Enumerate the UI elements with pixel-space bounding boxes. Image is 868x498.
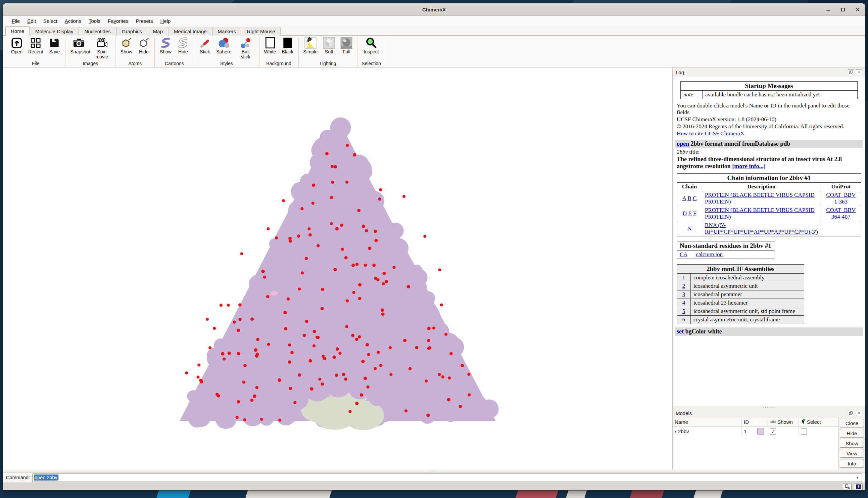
cartoons-show-icon: [159, 37, 172, 49]
toolbar-group-images: SnapshotSpin movieImages: [65, 37, 116, 67]
chain-link[interactable]: A: [682, 195, 686, 201]
menu-item-tools[interactable]: Tools: [85, 17, 104, 25]
toolbar-lighting-full-button[interactable]: Full: [340, 37, 353, 55]
minimize-icon[interactable]: [825, 6, 831, 12]
set-command-link[interactable]: set: [677, 328, 684, 335]
toolbar-images-snapshot-button[interactable]: Snapshot: [69, 37, 88, 55]
save-icon: [48, 37, 61, 49]
log-panel-title: Log: [676, 69, 684, 75]
toolbar-lighting-simple-button[interactable]: Simple: [303, 37, 319, 55]
toolbar-atoms-show-button[interactable]: Show: [120, 37, 133, 55]
models-close-button[interactable]: Close: [840, 419, 864, 428]
resize-graphics-button[interactable]: [843, 484, 852, 490]
chain-link[interactable]: E: [688, 210, 692, 217]
menu-item-edit[interactable]: Edit: [24, 17, 40, 25]
title-bar[interactable]: ChimeraX: [3, 3, 865, 16]
menu-item-select[interactable]: Select: [40, 17, 61, 25]
chain-description-link[interactable]: RNA (5'-R(*UP*CP*UP*UP*AP*UP*AP*UP*CP*U)…: [705, 222, 818, 235]
toolbar-lighting-soft-button[interactable]: Soft: [322, 37, 336, 55]
assembly-id-cell: 5: [677, 307, 691, 316]
assembly-link[interactable]: 6: [682, 316, 685, 323]
chain-link[interactable]: D: [683, 210, 687, 217]
toolbar-file-open-button[interactable]: Open: [10, 37, 24, 55]
toolbar-selection-inspect-button[interactable]: Inspect: [363, 37, 379, 55]
tab-right-mouse[interactable]: Right Mouse: [242, 27, 281, 36]
tab-graphics[interactable]: Graphics: [117, 27, 147, 36]
panel-splitter[interactable]: ······: [673, 406, 865, 409]
tab-markers[interactable]: Markers: [212, 27, 241, 36]
residue-link[interactable]: CA: [680, 251, 687, 258]
menu-item-presets[interactable]: Presets: [132, 17, 157, 25]
model-name-cell[interactable]: ▸ 2bbv: [673, 427, 742, 436]
more-info-link[interactable]: [more info...]: [732, 163, 766, 170]
models-show-button[interactable]: Show: [840, 439, 864, 448]
toolbar-styles-sphere-button[interactable]: Sphere: [215, 37, 232, 55]
graphics-viewport[interactable]: [3, 68, 672, 470]
chain-link[interactable]: C: [693, 195, 696, 201]
log-note-message: available bundle cache has not been init…: [703, 91, 858, 99]
expand-icon[interactable]: ▸: [675, 429, 677, 434]
model-title-line: 2bbv title:: [677, 149, 861, 156]
assembly-link[interactable]: 2: [682, 283, 685, 289]
toolbar-atoms-hide-button[interactable]: Hide: [137, 37, 150, 55]
chain-col-header: Description: [702, 183, 821, 191]
assembly-link[interactable]: 5: [682, 308, 685, 314]
models-panel-title: Models: [676, 410, 692, 416]
command-splitter[interactable]: ····: [3, 470, 865, 472]
command-history-dropdown-icon[interactable]: ▼: [856, 475, 860, 480]
command-input[interactable]: open 2bbv ▼: [32, 473, 862, 482]
uniprot-link[interactable]: COAT_BBV 1-363: [826, 192, 856, 205]
chain-link[interactable]: B: [687, 195, 691, 201]
undock-icon[interactable]: [848, 410, 854, 416]
menu-item-actions[interactable]: Actions: [61, 17, 85, 25]
toolbar-file-recent-button[interactable]: Recent: [28, 37, 44, 55]
chain-link[interactable]: N: [687, 225, 692, 232]
cite-chimerax-link[interactable]: How to cite UCSF ChimeraX: [677, 130, 744, 137]
menu-item-favorites[interactable]: Favorites: [104, 17, 132, 25]
tab-nucleotides[interactable]: Nucleotides: [79, 27, 116, 36]
uniprot-cell: COAT_BBV 364-407: [821, 206, 861, 221]
quick-start-button[interactable]: [854, 484, 863, 490]
toolbar-styles-stick-button[interactable]: Stick: [198, 37, 212, 55]
models-col-header-select: Select: [799, 417, 838, 427]
undock-icon[interactable]: [848, 69, 854, 75]
simple-lighting-icon: [305, 37, 317, 49]
chain-description-link[interactable]: PROTEIN (BLACK BEETLE VIRUS CAPSID PROTE…: [705, 192, 814, 205]
model-select-cell: [799, 427, 838, 436]
uniprot-link[interactable]: COAT_BBV 364-407: [826, 207, 856, 220]
log-info-line: © 2016-2024 Regents of the University of…: [677, 123, 861, 130]
assembly-link[interactable]: 3: [682, 291, 685, 298]
tab-home[interactable]: Home: [5, 26, 29, 36]
models-hide-button[interactable]: Hide: [840, 429, 864, 437]
chain-link[interactable]: F: [693, 210, 696, 217]
chain-description-link[interactable]: PROTEIN (BLACK BEETLE VIRUS CAPSID PROTE…: [705, 207, 814, 220]
maximize-icon[interactable]: [840, 6, 846, 12]
close-panel-icon[interactable]: ×: [856, 69, 862, 75]
tab-medical-image[interactable]: Medical Image: [169, 27, 212, 36]
residue-name-link[interactable]: calcium ion: [696, 251, 723, 258]
models-info-button[interactable]: Info: [840, 459, 864, 468]
close-icon[interactable]: [855, 6, 860, 12]
toolbar-file-save-button[interactable]: Save: [48, 37, 61, 55]
open-command-link[interactable]: open: [677, 140, 689, 147]
tab-molecule-display[interactable]: Molecule Display: [30, 27, 79, 36]
toolbar-background-white-button[interactable]: White: [264, 37, 277, 55]
toolbar-cartoons-show-button[interactable]: Show: [159, 37, 172, 55]
chain-description-cell: PROTEIN (BLACK BEETLE VIRUS CAPSID PROTE…: [702, 206, 821, 221]
toolbar-images-spin-movie-button[interactable]: Spin movie: [92, 37, 111, 60]
tab-map[interactable]: Map: [148, 27, 168, 36]
close-panel-icon[interactable]: ×: [856, 410, 862, 416]
assembly-link[interactable]: 4: [682, 300, 685, 306]
model-id-cell[interactable]: 1: [742, 427, 755, 436]
model-color-swatch[interactable]: [757, 428, 764, 435]
menu-item-file[interactable]: File: [8, 17, 24, 25]
assemblies-table: 2bbv mmCIF Assemblies1complete icosahedr…: [677, 264, 804, 324]
toolbar-styles-ball-stick-button[interactable]: Ball stick: [236, 37, 255, 60]
toolbar-background-black-button[interactable]: Black: [281, 37, 294, 55]
select-checkbox[interactable]: [801, 429, 807, 434]
menu-item-help[interactable]: Help: [157, 17, 175, 25]
shown-checkbox[interactable]: ✓: [770, 429, 776, 434]
toolbar-cartoons-hide-button[interactable]: Hide: [176, 37, 190, 55]
assembly-link[interactable]: 1: [682, 274, 685, 281]
models-view-button[interactable]: View: [840, 449, 864, 458]
